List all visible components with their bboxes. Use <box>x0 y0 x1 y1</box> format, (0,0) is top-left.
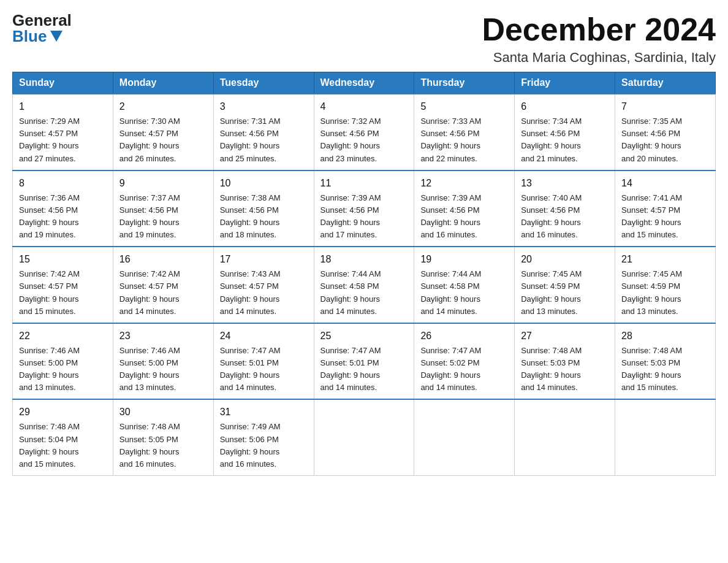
calendar-week-row: 1 Sunrise: 7:29 AM Sunset: 4:57 PM Dayli… <box>13 94 716 170</box>
col-saturday: Saturday <box>615 72 716 94</box>
table-row: 5 Sunrise: 7:33 AM Sunset: 4:56 PM Dayli… <box>414 94 515 170</box>
table-row: 15 Sunrise: 7:42 AM Sunset: 4:57 PM Dayl… <box>13 247 113 323</box>
table-row: 31 Sunrise: 7:49 AM Sunset: 5:06 PM Dayl… <box>213 399 314 475</box>
location-subtitle: Santa Maria Coghinas, Sardinia, Italy <box>482 50 716 66</box>
day-number: 19 <box>420 252 508 267</box>
table-row: 20 Sunrise: 7:45 AM Sunset: 4:59 PM Dayl… <box>515 247 615 323</box>
day-number: 28 <box>621 329 709 343</box>
table-row <box>314 399 414 475</box>
table-row: 18 Sunrise: 7:44 AM Sunset: 4:58 PM Dayl… <box>314 247 414 323</box>
day-info: Sunrise: 7:48 AM Sunset: 5:03 PM Dayligh… <box>621 345 709 394</box>
col-tuesday: Tuesday <box>213 72 314 94</box>
table-row: 19 Sunrise: 7:44 AM Sunset: 4:58 PM Dayl… <box>414 247 515 323</box>
day-number: 30 <box>119 405 207 419</box>
day-number: 13 <box>521 176 609 191</box>
logo-general-text: General <box>12 12 72 28</box>
day-info: Sunrise: 7:33 AM Sunset: 4:56 PM Dayligh… <box>420 115 508 165</box>
col-friday: Friday <box>515 72 615 94</box>
title-block: December 2024 Santa Maria Coghinas, Sard… <box>482 12 716 66</box>
day-info: Sunrise: 7:35 AM Sunset: 4:56 PM Dayligh… <box>621 115 709 165</box>
table-row: 21 Sunrise: 7:45 AM Sunset: 4:59 PM Dayl… <box>615 247 716 323</box>
table-row: 23 Sunrise: 7:46 AM Sunset: 5:00 PM Dayl… <box>113 323 213 400</box>
table-row: 10 Sunrise: 7:38 AM Sunset: 4:56 PM Dayl… <box>213 170 314 247</box>
day-info: Sunrise: 7:39 AM Sunset: 4:56 PM Dayligh… <box>320 192 408 242</box>
table-row: 3 Sunrise: 7:31 AM Sunset: 4:56 PM Dayli… <box>213 94 314 170</box>
calendar-table: Sunday Monday Tuesday Wednesday Thursday… <box>12 72 716 476</box>
day-number: 27 <box>521 329 609 343</box>
day-number: 24 <box>220 329 308 343</box>
day-info: Sunrise: 7:31 AM Sunset: 4:56 PM Dayligh… <box>220 115 308 165</box>
day-info: Sunrise: 7:38 AM Sunset: 4:56 PM Dayligh… <box>220 192 308 242</box>
day-info: Sunrise: 7:42 AM Sunset: 4:57 PM Dayligh… <box>119 268 207 318</box>
calendar-week-row: 29 Sunrise: 7:48 AM Sunset: 5:04 PM Dayl… <box>13 399 716 475</box>
table-row: 8 Sunrise: 7:36 AM Sunset: 4:56 PM Dayli… <box>13 170 113 247</box>
day-info: Sunrise: 7:44 AM Sunset: 4:58 PM Dayligh… <box>420 268 508 318</box>
day-number: 16 <box>119 252 207 267</box>
day-number: 11 <box>320 176 408 191</box>
table-row <box>414 399 515 475</box>
day-number: 4 <box>320 99 408 114</box>
day-info: Sunrise: 7:43 AM Sunset: 4:57 PM Dayligh… <box>220 268 308 318</box>
day-number: 20 <box>521 252 609 267</box>
day-number: 31 <box>220 405 308 419</box>
table-row: 29 Sunrise: 7:48 AM Sunset: 5:04 PM Dayl… <box>13 399 113 475</box>
table-row: 25 Sunrise: 7:47 AM Sunset: 5:01 PM Dayl… <box>314 323 414 400</box>
day-info: Sunrise: 7:48 AM Sunset: 5:03 PM Dayligh… <box>521 345 609 394</box>
calendar-week-row: 15 Sunrise: 7:42 AM Sunset: 4:57 PM Dayl… <box>13 247 716 323</box>
month-title: December 2024 <box>482 12 716 47</box>
day-info: Sunrise: 7:49 AM Sunset: 5:06 PM Dayligh… <box>220 421 308 470</box>
table-row: 9 Sunrise: 7:37 AM Sunset: 4:56 PM Dayli… <box>113 170 213 247</box>
day-info: Sunrise: 7:48 AM Sunset: 5:05 PM Dayligh… <box>119 421 207 470</box>
day-info: Sunrise: 7:47 AM Sunset: 5:01 PM Dayligh… <box>320 345 408 394</box>
day-info: Sunrise: 7:29 AM Sunset: 4:57 PM Dayligh… <box>19 115 107 165</box>
day-info: Sunrise: 7:41 AM Sunset: 4:57 PM Dayligh… <box>621 192 709 242</box>
day-number: 29 <box>19 405 107 419</box>
calendar-week-row: 8 Sunrise: 7:36 AM Sunset: 4:56 PM Dayli… <box>13 170 716 247</box>
col-monday: Monday <box>113 72 213 94</box>
day-number: 2 <box>119 99 207 114</box>
day-info: Sunrise: 7:48 AM Sunset: 5:04 PM Dayligh… <box>19 421 107 470</box>
table-row: 22 Sunrise: 7:46 AM Sunset: 5:00 PM Dayl… <box>13 323 113 400</box>
day-number: 8 <box>19 176 107 191</box>
table-row: 17 Sunrise: 7:43 AM Sunset: 4:57 PM Dayl… <box>213 247 314 323</box>
day-info: Sunrise: 7:47 AM Sunset: 5:02 PM Dayligh… <box>420 345 508 394</box>
day-number: 25 <box>320 329 408 343</box>
day-number: 5 <box>420 99 508 114</box>
table-row: 30 Sunrise: 7:48 AM Sunset: 5:05 PM Dayl… <box>113 399 213 475</box>
day-number: 15 <box>19 252 107 267</box>
logo: General Blue <box>12 12 72 44</box>
table-row: 14 Sunrise: 7:41 AM Sunset: 4:57 PM Dayl… <box>615 170 716 247</box>
day-info: Sunrise: 7:44 AM Sunset: 4:58 PM Dayligh… <box>320 268 408 318</box>
day-number: 7 <box>621 99 709 114</box>
day-info: Sunrise: 7:30 AM Sunset: 4:57 PM Dayligh… <box>119 115 207 165</box>
logo-blue-text: Blue <box>12 28 63 44</box>
day-number: 1 <box>19 99 107 114</box>
day-info: Sunrise: 7:46 AM Sunset: 5:00 PM Dayligh… <box>19 345 107 394</box>
table-row: 1 Sunrise: 7:29 AM Sunset: 4:57 PM Dayli… <box>13 94 113 170</box>
day-info: Sunrise: 7:45 AM Sunset: 4:59 PM Dayligh… <box>621 268 709 318</box>
table-row: 11 Sunrise: 7:39 AM Sunset: 4:56 PM Dayl… <box>314 170 414 247</box>
day-number: 12 <box>420 176 508 191</box>
day-info: Sunrise: 7:42 AM Sunset: 4:57 PM Dayligh… <box>19 268 107 318</box>
table-row: 4 Sunrise: 7:32 AM Sunset: 4:56 PM Dayli… <box>314 94 414 170</box>
day-number: 3 <box>220 99 308 114</box>
day-info: Sunrise: 7:40 AM Sunset: 4:56 PM Dayligh… <box>521 192 609 242</box>
day-number: 6 <box>521 99 609 114</box>
day-info: Sunrise: 7:37 AM Sunset: 4:56 PM Dayligh… <box>119 192 207 242</box>
day-number: 14 <box>621 176 709 191</box>
page-header: General Blue December 2024 Santa Maria C… <box>12 12 716 66</box>
table-row: 16 Sunrise: 7:42 AM Sunset: 4:57 PM Dayl… <box>113 247 213 323</box>
table-row: 28 Sunrise: 7:48 AM Sunset: 5:03 PM Dayl… <box>615 323 716 400</box>
col-sunday: Sunday <box>13 72 113 94</box>
day-info: Sunrise: 7:39 AM Sunset: 4:56 PM Dayligh… <box>420 192 508 242</box>
day-info: Sunrise: 7:32 AM Sunset: 4:56 PM Dayligh… <box>320 115 408 165</box>
day-number: 9 <box>119 176 207 191</box>
day-info: Sunrise: 7:47 AM Sunset: 5:01 PM Dayligh… <box>220 345 308 394</box>
table-row: 13 Sunrise: 7:40 AM Sunset: 4:56 PM Dayl… <box>515 170 615 247</box>
day-number: 21 <box>621 252 709 267</box>
table-row: 24 Sunrise: 7:47 AM Sunset: 5:01 PM Dayl… <box>213 323 314 400</box>
calendar-header-row: Sunday Monday Tuesday Wednesday Thursday… <box>13 72 716 94</box>
day-info: Sunrise: 7:46 AM Sunset: 5:00 PM Dayligh… <box>119 345 207 394</box>
day-number: 23 <box>119 329 207 343</box>
day-info: Sunrise: 7:34 AM Sunset: 4:56 PM Dayligh… <box>521 115 609 165</box>
